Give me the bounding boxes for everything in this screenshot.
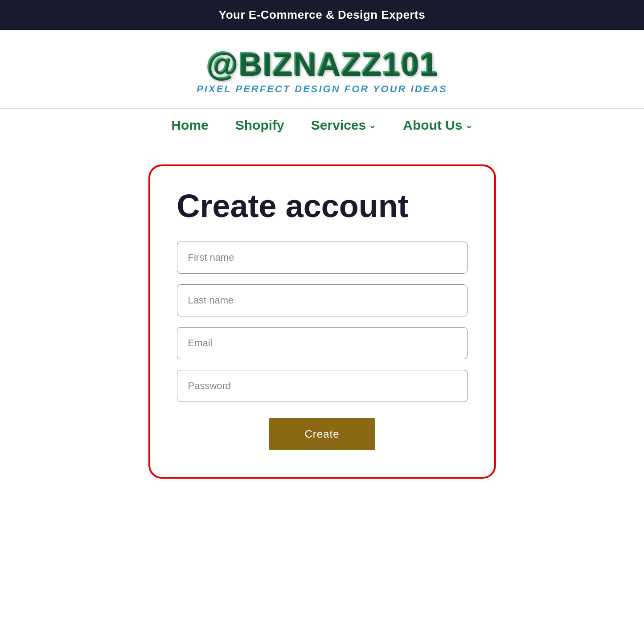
password-group (177, 370, 468, 402)
nav-label-services: Services (311, 118, 366, 133)
email-group (177, 327, 468, 359)
nav-link-home[interactable]: Home (171, 118, 208, 133)
form-title: Create account (177, 189, 468, 224)
logo-tagline: PIXEL PERFECT DESIGN FOR YOUR IDEAS (197, 83, 447, 95)
create-account-form: Create (177, 242, 468, 450)
top-banner: Your E-Commerce & Design Experts (0, 0, 644, 30)
nav-item-about[interactable]: About Us ⌄ (403, 118, 472, 133)
email-input[interactable] (177, 327, 468, 359)
first-name-input[interactable] (177, 242, 468, 274)
create-button[interactable]: Create (269, 418, 375, 450)
nav-item-home[interactable]: Home (171, 118, 208, 133)
nav-link-services[interactable]: Services ⌄ (311, 118, 376, 133)
last-name-group (177, 284, 468, 316)
nav-label-about: About Us (403, 118, 462, 133)
nav-link-shopify[interactable]: Shopify (235, 118, 284, 133)
nav-label-home: Home (171, 118, 208, 133)
nav-link-about[interactable]: About Us ⌄ (403, 118, 472, 133)
last-name-input[interactable] (177, 284, 468, 316)
first-name-group (177, 242, 468, 274)
chevron-down-icon-about: ⌄ (465, 120, 473, 131)
nav-item-shopify[interactable]: Shopify (235, 118, 284, 133)
logo-area: @BIZNAZZ101 PIXEL PERFECT DESIGN FOR YOU… (0, 30, 644, 108)
main-nav: Home Shopify Services ⌄ About Us ⌄ (0, 108, 644, 142)
logo-main: @BIZNAZZ101 (206, 48, 438, 80)
nav-label-shopify: Shopify (235, 118, 284, 133)
create-account-card: Create account Create (148, 164, 496, 479)
main-content: Create account Create (0, 142, 644, 501)
password-input[interactable] (177, 370, 468, 402)
nav-item-services[interactable]: Services ⌄ (311, 118, 376, 133)
banner-text: Your E-Commerce & Design Experts (219, 8, 425, 21)
chevron-down-icon: ⌄ (369, 120, 376, 131)
